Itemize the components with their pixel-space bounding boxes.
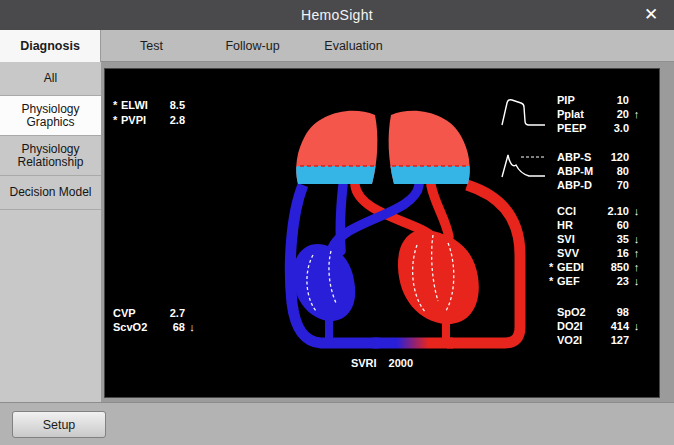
metric-label: GEF: [557, 274, 599, 288]
metric-label: ABP-D: [557, 178, 599, 192]
metric-value: 2.10: [599, 204, 629, 218]
metric-row: * GEDI 850 ↑: [549, 260, 644, 274]
titlebar: HemoSight ✕: [0, 0, 674, 30]
metric-value: 70: [599, 178, 629, 192]
trend-arrow-icon: [629, 164, 644, 178]
abp-waveform-icon: [501, 149, 547, 183]
metric-row: * PVPI 2.8: [113, 113, 193, 128]
metric-value: 80: [599, 164, 629, 178]
metric-label: ABP-S: [557, 150, 599, 164]
trend-arrow-icon: ↑: [629, 107, 644, 121]
arterial-heart: [398, 230, 479, 324]
hemosight-window: HemoSight ✕ Diagnosis Test Follow-up Eva…: [0, 0, 674, 445]
metric-star: [549, 121, 557, 135]
content-area: All Physiology Graphics Physiology Relat…: [0, 62, 674, 402]
metric-value: 23: [599, 274, 629, 288]
metric-value: 20: [599, 107, 629, 121]
trend-arrow-icon: ↑: [629, 246, 644, 260]
metric-star: [549, 204, 557, 218]
metric-value: 98: [599, 305, 629, 319]
metric-row: PEEP 3.0: [549, 121, 644, 135]
svri-readout: SVRI2000: [105, 357, 659, 369]
sidebar-item-all[interactable]: All: [0, 62, 101, 96]
metric-row: ABP-D 70: [549, 178, 644, 192]
tab-evaluation[interactable]: Evaluation: [303, 30, 404, 62]
metric-row: * GEF 23 ↓: [549, 274, 644, 288]
metric-star: [549, 246, 557, 260]
metric-row: CCI 2.10 ↓: [549, 204, 644, 218]
metric-label: Pplat: [557, 107, 599, 121]
sidebar-item-decision-model[interactable]: Decision Model: [0, 176, 101, 210]
metric-star: [549, 150, 557, 164]
metric-value: 414: [599, 319, 629, 333]
tab-bar: Diagnosis Test Follow-up Evaluation: [0, 30, 674, 62]
tab-follow-up[interactable]: Follow-up: [202, 30, 303, 62]
metric-row: * ELWI 8.5: [113, 98, 193, 113]
trend-arrow-icon: [629, 93, 644, 107]
metric-row: ScvO2 68 ↓: [113, 320, 199, 334]
metric-value: 60: [599, 218, 629, 232]
abp-group: ABP-S 120 ABP-M 80 ABP-D 70: [549, 150, 644, 192]
metric-label: CVP: [113, 306, 159, 320]
trend-arrow-icon: ↓: [629, 204, 644, 218]
metric-star: *: [549, 274, 557, 288]
metric-row: PIP 10: [549, 93, 644, 107]
metric-value: 8.5: [159, 98, 185, 113]
metric-value: 35: [599, 232, 629, 246]
heart-lung-diagram: [283, 105, 531, 353]
metric-star: [549, 232, 557, 246]
metric-row: SpO2 98: [549, 305, 644, 319]
metric-label: ABP-M: [557, 164, 599, 178]
metric-row: Pplat 20 ↑: [549, 107, 644, 121]
metric-value: 16: [599, 246, 629, 260]
tab-test[interactable]: Test: [101, 30, 202, 62]
metric-star: [549, 305, 557, 319]
metric-star: [549, 178, 557, 192]
metric-star: [549, 164, 557, 178]
trend-arrow-icon: [629, 305, 644, 319]
trend-arrow-icon: ↓: [629, 319, 644, 333]
metric-label: SVV: [557, 246, 599, 260]
footer-bar: Setup: [0, 402, 674, 445]
ventilation-group: PIP 10 Pplat 20 ↑ PEEP 3.0: [549, 93, 644, 135]
metric-label: SpO2: [557, 305, 599, 319]
metric-value: 120: [599, 150, 629, 164]
trend-arrow-icon: [629, 121, 644, 135]
trend-arrow-icon: [185, 113, 193, 128]
metric-value: 3.0: [599, 121, 629, 135]
metric-label: PVPI: [121, 113, 159, 128]
close-icon: ✕: [644, 5, 658, 24]
setup-button[interactable]: Setup: [12, 411, 106, 438]
sidebar-item-physiology-graphics[interactable]: Physiology Graphics: [0, 96, 101, 136]
sidebar: All Physiology Graphics Physiology Relat…: [0, 62, 101, 402]
window-title: HemoSight: [301, 7, 373, 23]
metric-star: [549, 93, 557, 107]
trend-arrow-icon: [185, 98, 193, 113]
trend-arrow-icon: [629, 333, 644, 347]
metric-row: CVP 2.7: [113, 306, 199, 320]
metric-value: 68: [159, 320, 185, 334]
metric-label: DO2I: [557, 319, 599, 333]
metric-star: [549, 218, 557, 232]
svri-value: 2000: [389, 357, 413, 369]
metric-value: 10: [599, 93, 629, 107]
ventilation-waveform-icon: [501, 95, 547, 129]
metric-row: ABP-M 80: [549, 164, 644, 178]
physiology-graphics-panel: * ELWI 8.5 * PVPI 2.8 PIP 10 Pplat 20 ↑ …: [104, 68, 660, 398]
pulmonary-artery-strand: [431, 185, 449, 237]
elwi-pvpi-group: * ELWI 8.5 * PVPI 2.8: [113, 98, 193, 128]
metric-row: SVI 35 ↓: [549, 232, 644, 246]
tab-diagnosis[interactable]: Diagnosis: [0, 30, 101, 62]
sidebar-item-physiology-relationship[interactable]: Physiology Relationship: [0, 136, 101, 176]
trend-arrow-icon: [629, 178, 644, 192]
metric-star: *: [113, 113, 121, 128]
metric-label: HR: [557, 218, 599, 232]
close-button[interactable]: ✕: [636, 2, 666, 28]
metric-label: ScvO2: [113, 320, 159, 334]
metric-label: VO2I: [557, 333, 599, 347]
metric-star: [549, 107, 557, 121]
hemodynamics-group: CCI 2.10 ↓ HR 60 SVI 35 ↓ SVV 16 ↑ * GED…: [549, 204, 644, 288]
metric-label: PIP: [557, 93, 599, 107]
metric-value: 127: [599, 333, 629, 347]
oxygenation-group: SpO2 98 DO2I 414 ↓ VO2I 127: [549, 305, 644, 347]
